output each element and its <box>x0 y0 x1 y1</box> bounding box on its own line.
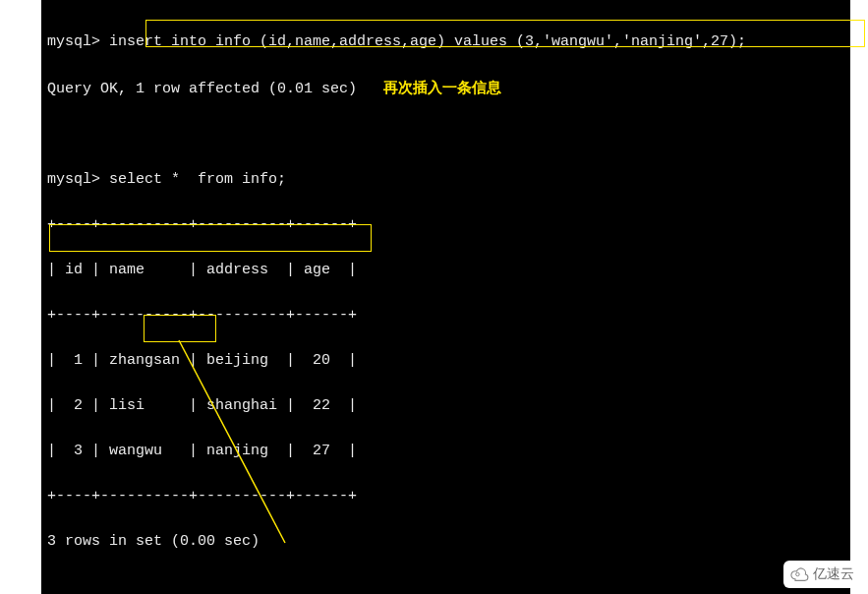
result-count: 3 rows in set (0.00 sec) <box>47 530 844 553</box>
blank-line <box>47 123 844 146</box>
annotation-insert-again: 再次插入一条信息 <box>383 79 501 95</box>
sql-select: select * from info; <box>100 171 286 188</box>
screenshot: mysql> insert into info (id,name,address… <box>0 0 868 594</box>
table-row: | 1 | zhangsan | beijing | 20 | <box>47 349 844 372</box>
terminal-line: mysql> select * from info; <box>47 168 844 191</box>
watermark-text: 亿速云 <box>813 565 854 583</box>
svg-point-1 <box>796 572 800 576</box>
terminal-line: mysql> insert into info (id,name,address… <box>47 30 844 53</box>
table-border: +----+----------+----------+------+ <box>47 304 844 327</box>
watermark-logo: 亿速云 <box>783 561 860 588</box>
table-row: | 3 | wangwu | nanjing | 27 | <box>47 440 844 462</box>
query-ok: Query OK, 1 row affected (0.01 sec) <box>47 81 357 97</box>
mysql-terminal: mysql> insert into info (id,name,address… <box>41 0 850 594</box>
sql-insert: insert into info (id,name,address,age) v… <box>100 33 746 50</box>
blank-line <box>47 575 844 594</box>
table-border: +----+----------+----------+------+ <box>47 213 844 236</box>
cloud-icon <box>789 566 809 582</box>
prompt: mysql> <box>47 33 100 50</box>
table-border: +----+----------+----------+------+ <box>47 485 844 507</box>
prompt: mysql> <box>47 171 100 188</box>
table-header: | id | name | address | age | <box>47 259 844 281</box>
table-row: | 2 | lisi | shanghai | 22 | <box>47 394 844 417</box>
terminal-line: Query OK, 1 row affected (0.01 sec) 再次插入… <box>47 76 844 100</box>
